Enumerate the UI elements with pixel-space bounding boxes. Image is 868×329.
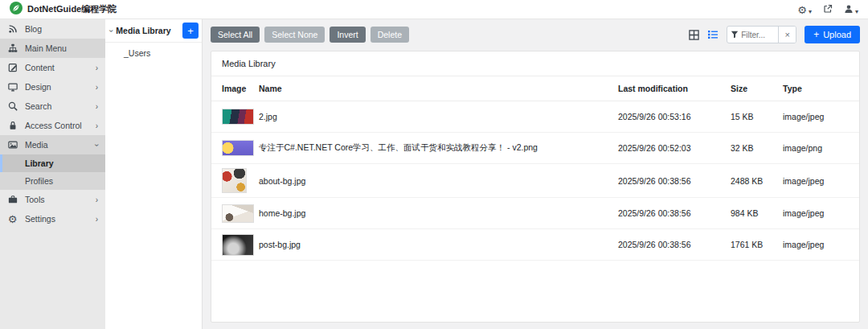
search-icon: [7, 101, 18, 111]
main-content: Select All Select None Invert Delete: [203, 19, 868, 329]
image-icon: [7, 140, 18, 150]
rss-icon: [7, 24, 18, 34]
sidebar-item-label: Profiles: [25, 176, 53, 186]
column-header-last-modification: Last modification: [618, 84, 731, 93]
sidebar-item-profiles[interactable]: Profiles: [0, 172, 105, 190]
sidebar-item-tools[interactable]: Tools: [0, 190, 105, 209]
tree-root-label: Media Library: [116, 26, 170, 35]
file-size: 1761 KB: [731, 240, 783, 249]
clear-filter-button[interactable]: [778, 26, 796, 43]
file-type: image/jpeg: [783, 240, 849, 249]
sidebar-item-label: Content: [25, 63, 55, 72]
brand[interactable]: DotNetGuide编程学院: [10, 2, 117, 18]
card-title: Media Library: [211, 51, 859, 76]
top-bar: DotNetGuide编程学院: [0, 0, 868, 19]
file-size: 984 KB: [731, 208, 783, 218]
upload-button[interactable]: Upload: [805, 26, 860, 43]
sidebar-item-label: Main Menu: [25, 43, 67, 53]
file-name: post-bg.jpg: [259, 240, 618, 249]
column-header-type: Type: [783, 84, 849, 93]
sidebar-item-blog[interactable]: Blog: [0, 19, 105, 39]
sidebar-item-main-menu[interactable]: Main Menu: [0, 39, 105, 58]
chevron-right-icon: [96, 195, 98, 204]
toolbox-icon: [7, 195, 18, 204]
file-type: image/jpeg: [783, 112, 849, 121]
sidebar: Blog Main Menu: [0, 19, 105, 329]
sidebar-item-label: Blog: [25, 24, 42, 34]
file-name: 专注于C#.NET.NET Core学习、工作、面试干货和实战教程分享！ - v…: [259, 142, 618, 154]
open-site-button[interactable]: [823, 2, 833, 17]
plus-icon: [813, 29, 819, 40]
lock-icon: [7, 121, 18, 130]
sidebar-item-design[interactable]: Design: [0, 77, 105, 97]
user-dropdown[interactable]: [844, 2, 858, 17]
file-modified: 2025/9/26 00:38:56: [618, 176, 731, 186]
file-thumbnail: [222, 204, 254, 223]
sidebar-item-settings[interactable]: Settings: [0, 209, 105, 228]
table-row[interactable]: 2.jpg 2025/9/26 00:53:16 15 KB image/jpe…: [211, 101, 859, 133]
monitor-icon: [7, 82, 18, 92]
external-link-icon: [823, 2, 833, 17]
file-modified: 2025/9/26 00:52:03: [618, 143, 731, 153]
filter-group: [727, 26, 796, 43]
brand-logo-icon: [10, 2, 23, 18]
chevron-right-icon: [96, 215, 98, 224]
sidebar-item-label: Media: [25, 140, 48, 150]
file-type: image/jpeg: [783, 208, 849, 218]
file-type: image/png: [783, 143, 849, 153]
table-row[interactable]: about-bg.jpg 2025/9/26 00:38:56 2488 KB …: [211, 164, 859, 198]
select-all-button[interactable]: Select All: [211, 27, 260, 43]
edit-icon: [7, 63, 18, 72]
file-name: 2.jpg: [259, 112, 618, 121]
file-modified: 2025/9/26 00:53:16: [618, 112, 731, 121]
file-thumbnail: [222, 234, 254, 256]
sidebar-item-label: Tools: [25, 195, 45, 204]
table-row[interactable]: post-bg.jpg 2025/9/26 00:38:56 1761 KB i…: [211, 229, 859, 261]
media-library-card: Media Library Image Name Last modificati…: [211, 51, 860, 323]
sidebar-item-search[interactable]: Search: [0, 97, 105, 116]
table-row[interactable]: 专注于C#.NET.NET Core学习、工作、面试干货和实战教程分享！ - v…: [211, 133, 859, 164]
file-size: 2488 KB: [731, 176, 783, 186]
sidebar-item-label: Settings: [25, 214, 55, 224]
user-icon: [844, 2, 854, 17]
list-view-icon[interactable]: [707, 29, 719, 40]
invert-button[interactable]: Invert: [330, 27, 365, 43]
table-row[interactable]: home-bg.jpg 2025/9/26 00:38:56 984 KB im…: [211, 198, 859, 229]
file-size: 15 KB: [731, 112, 783, 121]
settings-dropdown[interactable]: [797, 2, 812, 17]
brand-name: DotNetGuide编程学院: [27, 3, 117, 15]
column-header-size: Size: [731, 84, 783, 93]
file-name: about-bg.jpg: [259, 176, 618, 186]
sidebar-item-library[interactable]: Library: [0, 154, 105, 172]
sitemap-icon: [7, 43, 18, 53]
file-thumbnail: [222, 168, 247, 193]
media-folder-tree: Media Library _Users: [105, 19, 203, 329]
file-thumbnail: [222, 140, 254, 156]
grid-view-icon[interactable]: [689, 30, 699, 40]
chevron-right-icon: [96, 121, 98, 130]
caret-down-icon: [855, 2, 858, 17]
chevron-down-icon: [107, 29, 116, 31]
column-header-image: Image: [222, 84, 259, 93]
chevron-right-icon: [96, 83, 98, 92]
sidebar-item-media[interactable]: Media: [0, 135, 105, 154]
sidebar-item-access-control[interactable]: Access Control: [0, 116, 105, 135]
tree-root-folder[interactable]: Media Library: [105, 19, 202, 43]
sidebar-item-label: Search: [25, 101, 51, 111]
add-folder-button[interactable]: [182, 23, 199, 39]
tree-folder-users[interactable]: _Users: [105, 43, 202, 64]
file-modified: 2025/9/26 00:38:56: [618, 240, 731, 249]
file-type: image/jpeg: [783, 176, 849, 186]
select-none-button[interactable]: Select None: [264, 27, 325, 43]
delete-button[interactable]: Delete: [371, 27, 409, 43]
chevron-down-icon: [92, 143, 101, 146]
funnel-icon: [731, 27, 739, 42]
media-toolbar: Select All Select None Invert Delete: [211, 26, 860, 43]
upload-label: Upload: [823, 30, 851, 39]
file-modified: 2025/9/26 00:38:56: [618, 208, 731, 218]
filter-input[interactable]: [741, 31, 775, 39]
sidebar-item-content[interactable]: Content: [0, 58, 105, 77]
file-name: home-bg.jpg: [259, 208, 618, 218]
file-size: 32 KB: [731, 143, 783, 153]
table-header-row: Image Name Last modification Size Type: [211, 76, 859, 101]
